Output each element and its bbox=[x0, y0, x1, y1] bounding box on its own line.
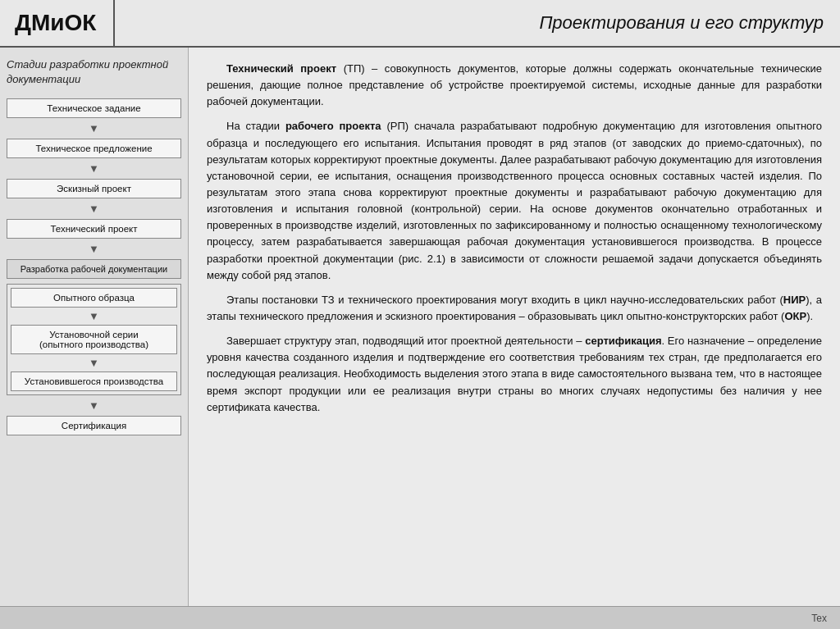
flow-item-ustanovoch: Установочной серии(опытного производства… bbox=[11, 325, 177, 354]
paragraph-1: Технический проект (ТП) – совокупность д… bbox=[207, 61, 822, 110]
flow-item-tz: Техническое задание bbox=[7, 98, 181, 118]
flow-item-ep: Эскизный проект bbox=[7, 179, 181, 198]
flow-item-ustanoviv: Установившегося производства bbox=[11, 371, 177, 391]
arrow-7: ▼ bbox=[7, 400, 181, 411]
sidebar: Стадии разработки проектной документации… bbox=[0, 48, 189, 606]
arrow-6: ▼ bbox=[11, 358, 177, 368]
arrow-1: ▼ bbox=[7, 123, 181, 134]
page-title: Проектирования и его структур bbox=[115, 0, 840, 46]
paragraph-4: Завершает структуру этап, подводящий ито… bbox=[207, 333, 822, 416]
app-container: ДМиОК Проектирования и его структур Стад… bbox=[0, 0, 840, 629]
bold-nir: НИР bbox=[783, 294, 806, 306]
footer-text: Tex bbox=[811, 613, 827, 624]
arrow-5: ▼ bbox=[11, 311, 177, 321]
flow-group-rd: Опытного образца ▼ Установочной серии(оп… bbox=[7, 284, 181, 395]
arrow-4: ▼ bbox=[7, 244, 181, 254]
bold-text-1: Технический проект bbox=[226, 62, 336, 75]
arrow-2: ▼ bbox=[7, 163, 181, 174]
flow-item-sertif: Сертификация bbox=[7, 416, 181, 435]
header: ДМиОК Проектирования и его структур bbox=[0, 0, 840, 48]
bold-sertif: сертификация bbox=[585, 335, 661, 347]
flow-item-tech: Технический проект bbox=[7, 219, 181, 239]
arrow-3: ▼ bbox=[7, 203, 181, 214]
footer-bar: Tex bbox=[0, 606, 840, 629]
paragraph-2: На стадии рабочего проекта (РП) сначала … bbox=[207, 118, 822, 283]
flow-item-opytny: Опытного образца bbox=[11, 288, 177, 308]
sidebar-title: Стадии разработки проектной документации bbox=[7, 57, 181, 87]
logo: ДМиОК bbox=[0, 0, 115, 46]
flow-item-rd-header: Разработка рабочей документации bbox=[7, 259, 181, 279]
paragraph-3: Этапы постановки ТЗ и технического проек… bbox=[207, 292, 822, 325]
bold-text-2: рабочего проекта bbox=[285, 120, 381, 132]
bold-okr: ОКР bbox=[784, 310, 806, 322]
flow-item-tp: Техническое предложение bbox=[7, 139, 181, 158]
main-text-area: Технический проект (ТП) – совокупность д… bbox=[189, 48, 840, 606]
content-area: Стадии разработки проектной документации… bbox=[0, 48, 840, 606]
